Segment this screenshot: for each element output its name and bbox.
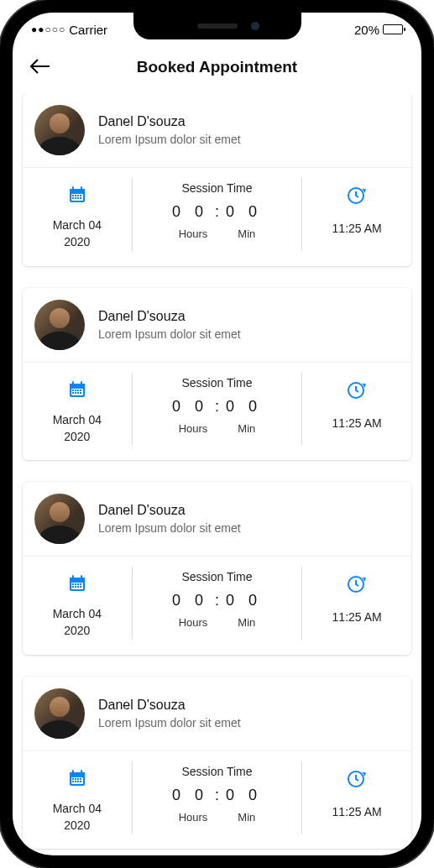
session-hours: 0 0	[172, 592, 208, 609]
signal-icon: ●●○○○	[31, 24, 65, 35]
appointment-list[interactable]: Danel D'souza Lorem Ipsum dolor sit emet	[13, 93, 421, 852]
session-time: 0 0 : 0 0	[172, 203, 262, 221]
side-button	[0, 126, 1, 155]
svg-rect-49	[77, 778, 79, 780]
date-text: March 04 2020	[53, 605, 102, 640]
phone-frame: ●●○○○ Carrier 20% Booked Appointment Dan…	[0, 0, 434, 868]
session-time: 0 0 : 0 0	[172, 398, 262, 416]
session-label: Session Time	[181, 570, 252, 583]
session-units: Hours Min	[179, 616, 256, 629]
time-text: 11:25 AM	[332, 222, 382, 235]
time-column: 11:25 AM	[302, 178, 411, 251]
card-body: March 04 2020 Session Time 0 0 : 0 0 Hou…	[23, 557, 411, 655]
avatar[interactable]	[34, 688, 85, 739]
calendar-icon	[67, 768, 87, 788]
svg-rect-34	[75, 583, 76, 585]
svg-rect-1	[70, 189, 85, 192]
back-button[interactable]	[29, 56, 51, 78]
svg-rect-54	[80, 781, 81, 782]
appointment-card[interactable]: Danel D'souza Lorem Ipsum dolor sit emet	[23, 288, 411, 461]
clock-icon	[346, 768, 368, 790]
svg-rect-19	[72, 390, 74, 391]
calendar-icon	[67, 573, 87, 593]
time-text: 11:25 AM	[332, 416, 382, 430]
min-label: Min	[238, 616, 255, 629]
min-label: Min	[238, 227, 255, 240]
svg-rect-7	[77, 195, 79, 196]
date-column: March 04 2020	[23, 761, 132, 834]
calendar-icon	[67, 185, 87, 205]
min-label: Min	[238, 422, 255, 435]
appointment-card[interactable]: Danel D'souza Lorem Ipsum dolor sit emet	[23, 93, 411, 266]
svg-rect-33	[72, 583, 74, 585]
clock-icon	[346, 379, 368, 401]
avatar[interactable]	[34, 105, 85, 155]
appointment-card[interactable]: Danel D'souza Lorem Ipsum dolor sit emet	[23, 482, 411, 655]
front-camera	[251, 22, 259, 30]
svg-rect-9	[72, 197, 74, 199]
svg-rect-43	[70, 772, 85, 776]
svg-rect-22	[80, 390, 81, 391]
session-label: Session Time	[181, 181, 252, 195]
session-minutes: 0 0	[226, 787, 262, 804]
svg-rect-17	[81, 381, 82, 385]
svg-rect-16	[72, 381, 74, 385]
date-text: March 04 2020	[53, 800, 102, 834]
svg-rect-3	[81, 186, 82, 191]
volume-up-button	[0, 176, 1, 231]
session-hours: 0 0	[172, 787, 208, 804]
clock-icon	[346, 573, 368, 595]
app-header: Booked Appointment	[13, 46, 421, 93]
session-column: Session Time 0 0 : 0 0 Hours Min	[132, 178, 303, 251]
hours-label: Hours	[179, 422, 208, 435]
user-name: Danel D'souza	[98, 698, 241, 713]
svg-rect-38	[75, 586, 76, 588]
user-name: Danel D'souza	[98, 309, 241, 324]
svg-rect-51	[72, 781, 74, 782]
svg-rect-2	[72, 186, 74, 191]
session-time: 0 0 : 0 0	[172, 787, 262, 804]
svg-rect-6	[75, 195, 76, 196]
svg-rect-25	[77, 392, 79, 394]
session-time: 0 0 : 0 0	[172, 592, 262, 609]
time-column: 11:25 AM	[302, 373, 411, 446]
user-subtitle: Lorem Ipsum dolor sit emet	[98, 327, 241, 341]
session-minutes: 0 0	[226, 203, 262, 221]
session-units: Hours Min	[179, 811, 256, 824]
avatar[interactable]	[34, 300, 85, 350]
session-column: Session Time 0 0 : 0 0 Hours Min	[132, 373, 303, 446]
svg-rect-30	[72, 575, 74, 579]
date-column: March 04 2020	[23, 178, 132, 251]
user-subtitle: Lorem Ipsum dolor sit emet	[98, 521, 241, 535]
svg-rect-20	[75, 390, 76, 391]
arrow-left-icon	[29, 58, 51, 75]
user-subtitle: Lorem Ipsum dolor sit emet	[98, 716, 241, 729]
status-right: 20%	[354, 23, 403, 37]
appointment-card[interactable]: Danel D'souza Lorem Ipsum dolor sit emet	[23, 677, 411, 850]
session-hours: 0 0	[172, 398, 208, 416]
svg-rect-12	[80, 197, 81, 199]
page-title: Booked Appointment	[137, 58, 297, 76]
battery-pct: 20%	[354, 23, 379, 37]
svg-rect-50	[80, 778, 81, 780]
svg-rect-37	[72, 586, 74, 588]
clock-icon	[346, 185, 368, 207]
date-column: March 04 2020	[23, 373, 132, 446]
avatar[interactable]	[34, 494, 85, 544]
session-units: Hours Min	[179, 422, 256, 435]
card-header: Danel D'souza Lorem Ipsum dolor sit emet	[23, 482, 411, 557]
svg-rect-23	[72, 392, 74, 394]
svg-rect-48	[75, 778, 76, 780]
hours-label: Hours	[179, 811, 208, 824]
card-header: Danel D'souza Lorem Ipsum dolor sit emet	[23, 93, 411, 168]
session-minutes: 0 0	[226, 398, 262, 416]
card-header: Danel D'souza Lorem Ipsum dolor sit emet	[23, 288, 411, 363]
time-column: 11:25 AM	[302, 761, 411, 834]
svg-rect-52	[75, 781, 76, 782]
date-column: March 04 2020	[23, 567, 132, 640]
volume-down-button	[0, 243, 1, 298]
card-body: March 04 2020 Session Time 0 0 : 0 0 Hou…	[23, 751, 411, 850]
session-column: Session Time 0 0 : 0 0 Hours Min	[132, 567, 303, 640]
svg-rect-24	[75, 392, 76, 394]
time-text: 11:25 AM	[332, 610, 382, 624]
